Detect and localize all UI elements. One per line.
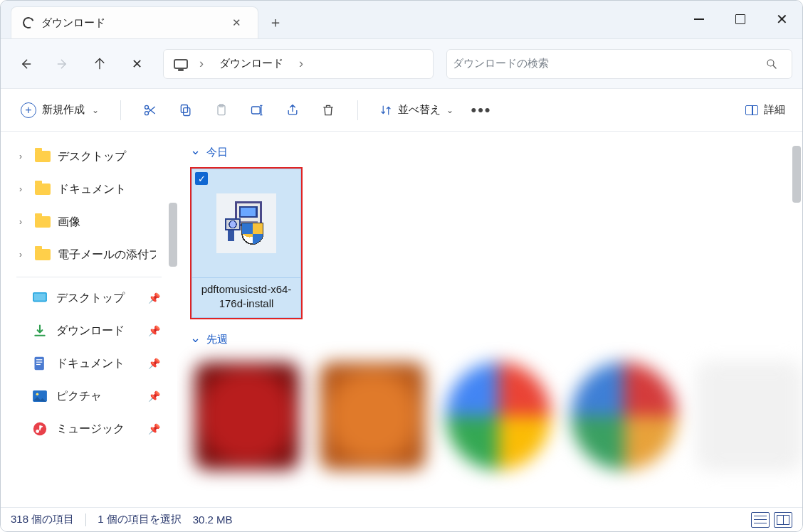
group-header-today[interactable]: 今日 xyxy=(190,140,802,167)
blurred-item xyxy=(320,362,425,470)
ellipsis-icon: ••• xyxy=(471,101,491,119)
search-icon[interactable] xyxy=(757,58,786,70)
maximize-button[interactable] xyxy=(720,5,761,33)
sort-label: 並べ替え xyxy=(398,103,441,117)
blurred-item xyxy=(446,362,551,470)
svg-point-15 xyxy=(36,393,39,396)
pin-icon: 📌 xyxy=(148,325,160,336)
delete-button[interactable] xyxy=(313,96,343,124)
quick-label: デスクトップ xyxy=(56,291,125,306)
view-grid-button[interactable] xyxy=(774,512,792,528)
share-icon xyxy=(285,103,300,117)
quick-music[interactable]: ミュージック 📌 xyxy=(1,413,177,445)
new-tab-button[interactable]: ＋ xyxy=(258,6,293,38)
pin-icon: 📌 xyxy=(148,292,160,304)
view-switcher xyxy=(751,512,792,528)
up-button[interactable] xyxy=(82,47,117,81)
music-icon xyxy=(32,422,48,435)
share-button[interactable] xyxy=(278,96,308,124)
svg-point-0 xyxy=(767,60,774,66)
document-icon xyxy=(32,357,48,370)
svg-rect-11 xyxy=(36,359,42,360)
chevron-right-icon: › xyxy=(19,250,28,260)
quick-pictures[interactable]: ピクチャ 📌 xyxy=(1,380,177,413)
blurred-files-row xyxy=(190,355,802,470)
breadcrumb-item[interactable]: ダウンロード xyxy=(215,57,288,70)
details-label: 詳細 xyxy=(764,103,785,117)
file-name-label: pdftomusicstd-x64-176d-install xyxy=(191,278,301,318)
content-area: 今日 ✓ xyxy=(177,132,802,507)
scissors-icon xyxy=(143,103,157,117)
selection-checkbox[interactable]: ✓ xyxy=(195,172,208,185)
tree-item-pictures-folder[interactable]: › 画像 xyxy=(1,206,177,238)
svg-point-21 xyxy=(229,220,236,228)
chevron-down-icon xyxy=(190,332,201,348)
quick-desktop[interactable]: デスクトップ 📌 xyxy=(1,282,177,314)
status-selection: 1 個の項目を選択 xyxy=(98,513,182,526)
view-list-button[interactable] xyxy=(751,512,770,528)
rename-icon xyxy=(250,103,264,117)
address-bar[interactable]: ダウンロード xyxy=(163,49,434,79)
folder-icon xyxy=(35,151,51,162)
details-pane-button[interactable]: 詳細 xyxy=(741,96,789,124)
status-size: 30.2 MB xyxy=(193,514,233,526)
pin-icon: 📌 xyxy=(148,358,160,369)
quick-label: ミュージック xyxy=(56,422,125,437)
tree-item-desktop[interactable]: › デスクトップ xyxy=(1,140,177,173)
group-header-lastweek[interactable]: 先週 xyxy=(190,328,802,355)
chevron-right-icon: › xyxy=(19,151,28,161)
toolbar-separator xyxy=(357,100,358,120)
tree-label: デスクトップ xyxy=(58,149,126,164)
chevron-right-icon: › xyxy=(19,184,28,194)
copy-button[interactable] xyxy=(171,96,201,124)
back-button[interactable] xyxy=(8,47,43,81)
sidebar: › デスクトップ › ドキュメント › 画像 › 電子メールの添付ファイル xyxy=(1,132,177,507)
paste-button[interactable] xyxy=(206,96,236,124)
svg-rect-18 xyxy=(240,207,256,218)
more-button[interactable]: ••• xyxy=(466,96,496,124)
content-scrollbar[interactable] xyxy=(792,146,801,203)
arrow-left-icon xyxy=(19,57,33,71)
breadcrumb-sep-icon xyxy=(196,56,206,71)
sort-button[interactable]: 並べ替え ⌄ xyxy=(372,96,461,124)
loading-spinner-icon xyxy=(21,16,36,31)
titlebar: ダウンロード ✕ ＋ ✕ xyxy=(1,1,802,39)
tree-item-email-attachments[interactable]: › 電子メールの添付ファイル xyxy=(1,238,177,271)
cut-button[interactable] xyxy=(135,96,165,124)
status-separator xyxy=(85,514,86,526)
chevron-down-icon: ⌄ xyxy=(92,105,99,115)
sidebar-separator xyxy=(16,277,162,277)
copy-icon xyxy=(179,103,193,117)
close-window-button[interactable]: ✕ xyxy=(761,5,802,33)
rename-button[interactable] xyxy=(242,96,272,124)
arrow-up-icon xyxy=(93,57,107,71)
svg-rect-4 xyxy=(181,105,187,112)
svg-rect-12 xyxy=(36,362,42,363)
status-bar: 318 個の項目 1 個の項目を選択 30.2 MB xyxy=(1,507,802,531)
svg-rect-7 xyxy=(252,107,261,114)
svg-rect-22 xyxy=(228,230,234,241)
sidebar-scrollbar[interactable] xyxy=(169,203,177,267)
tree-item-documents[interactable]: › ドキュメント xyxy=(1,173,177,206)
search-placeholder: ダウンロードの検索 xyxy=(453,57,757,70)
search-box[interactable]: ダウンロードの検索 xyxy=(446,49,792,79)
group-label: 今日 xyxy=(206,146,228,159)
window-controls: ✕ xyxy=(678,1,802,38)
quick-downloads[interactable]: ダウンロード 📌 xyxy=(1,314,177,347)
quick-documents[interactable]: ドキュメント 📌 xyxy=(1,347,177,380)
forward-button[interactable] xyxy=(45,47,80,81)
group-today: 今日 ✓ xyxy=(177,132,802,319)
tab-active[interactable]: ダウンロード ✕ xyxy=(11,6,258,38)
new-button[interactable]: + 新規作成 ⌄ xyxy=(14,96,106,124)
refresh-cancel-button[interactable]: ✕ xyxy=(119,47,154,81)
svg-rect-9 xyxy=(34,294,46,301)
file-item-selected[interactable]: ✓ xyxy=(190,167,303,319)
sort-icon xyxy=(379,104,392,117)
blurred-item xyxy=(194,362,300,470)
file-thumbnail: ✓ xyxy=(191,169,301,278)
folder-icon xyxy=(35,183,51,195)
minimize-button[interactable] xyxy=(678,5,720,33)
pictures-icon xyxy=(32,390,48,403)
svg-rect-3 xyxy=(184,107,190,115)
tab-close-button[interactable]: ✕ xyxy=(225,16,248,29)
